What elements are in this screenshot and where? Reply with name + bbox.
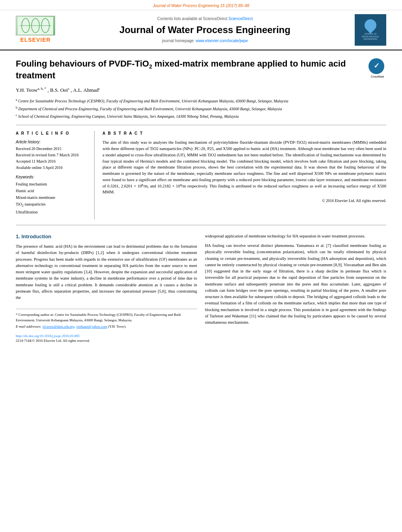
elsevier-logo-image (16, 16, 55, 35)
abstract-column: A B S T R A C T The aim of this study wa… (102, 131, 386, 219)
intro-right-paragraph1: widespread application of membrane techn… (205, 233, 386, 239)
keyword-2: Humic acid (16, 188, 89, 194)
info-abstract-section: A R T I C L E I N F O Article history: R… (16, 125, 386, 225)
affiliation-a: a Centre for Sustainable Process Technol… (16, 98, 386, 104)
keywords-list: Fouling mechanism Humic acid Mixed-matri… (16, 181, 89, 215)
journal-logo-box: JOURNAL OFWATER PROCESSENGINEERING (355, 14, 386, 46)
email-note: E-mail addresses: yh.teow@ukm.edu.my, ye… (16, 324, 197, 330)
article-title: Fouling behaviours of PVDF-TiO2 mixed-ma… (16, 58, 368, 82)
article-title-section: Fouling behaviours of PVDF-TiO2 mixed-ma… (16, 58, 386, 82)
doi-url[interactable]: http://dx.doi.org/10.1016/j.jwpe.2016.03… (16, 334, 80, 338)
crossmark-text: CrossMark (368, 75, 386, 79)
affiliation-c: c School of Chemical Engineering, Engine… (16, 113, 386, 119)
author1-name: Y.H. Teow (16, 87, 37, 93)
issn-line: 2214-7144/© 2016 Elsevier Ltd. All right… (16, 338, 197, 343)
right-column: widespread application of membrane techn… (205, 233, 386, 343)
received-date: Received 20 December 2015 (16, 146, 89, 152)
available-online-date: Available online 3 April 2016 (16, 165, 89, 171)
header-center: Contents lists available at ScienceDirec… (59, 16, 351, 44)
author3-name: , A.L. Ahmad (71, 87, 98, 93)
article-body: Fouling behaviours of PVDF-TiO2 mixed-ma… (0, 50, 402, 351)
abstract-text: The aim of this study was to analyses th… (102, 139, 386, 204)
author3-sup: c (99, 87, 100, 91)
elsevier-text: ELSEVIER (20, 36, 50, 44)
contents-available-line: Contents lists available at ScienceDirec… (59, 16, 351, 22)
author1-sup: a, b, * (37, 87, 46, 91)
journal-title: Journal of Water Process Engineering (59, 23, 351, 37)
crossmark-logo: ✓ CrossMark (368, 58, 386, 76)
abstract-paragraph: The aim of this study was to analyses th… (102, 139, 386, 195)
keyword-3: Mixed-matrix membrane (16, 195, 89, 201)
logo-text: JOURNAL OFWATER PROCESSENGINEERING (362, 33, 379, 41)
keyword-5: Ultrafiltration (16, 209, 89, 215)
author2-sup: c (68, 87, 69, 91)
elsevier-logo: ELSEVIER (12, 16, 59, 44)
intro-right-paragraph2: HA fouling can involve several distinct … (205, 243, 386, 326)
journal-homepage: journal homepage: www.elsevier.com/locat… (59, 38, 351, 44)
keyword-4: TiO2 nanoparticles (16, 201, 89, 208)
main-content: 1. Introduction The presence of humic ac… (16, 233, 386, 343)
header-left: ELSEVIER (12, 16, 59, 44)
keywords-label: Keywords: (16, 174, 89, 180)
doi-link: http://dx.doi.org/10.1016/j.jwpe.2016.03… (16, 334, 197, 339)
sciencedirect-link[interactable]: ScienceDirect (228, 17, 253, 21)
left-column: 1. Introduction The presence of humic ac… (16, 233, 197, 343)
received-revised-date: Received in revised form 7 March 2016 (16, 152, 89, 158)
journal-citation: Journal of Water Process Engineering 15 … (153, 4, 249, 8)
affiliation-b: b Department of Chemical and Process Eng… (16, 106, 386, 112)
journal-header: ELSEVIER Contents lists available at Sci… (0, 10, 402, 50)
history-label: Article history: (16, 139, 89, 145)
email-link-2[interactable]: yeithaan@yahoo.com (76, 324, 107, 328)
homepage-url[interactable]: www.elsevier.com/locate/jwpe (196, 39, 248, 43)
crossmark-circle: ✓ (368, 58, 384, 74)
email-link-1[interactable]: yh.teow@ukm.edu.my (42, 324, 74, 328)
footnote-section: * Corresponding author at: Centre for Su… (16, 309, 197, 330)
author2-name: , B.S. Ooi (48, 87, 68, 93)
abstract-heading: A B S T R A C T (102, 131, 386, 136)
logo-drop-shape (362, 17, 379, 33)
keywords-section: Keywords: Fouling mechanism Humic acid M… (16, 174, 89, 215)
copyright-line: © 2016 Elsevier Ltd. All rights reserved… (102, 198, 386, 204)
header-right: JOURNAL OFWATER PROCESSENGINEERING (351, 14, 390, 46)
introduction-paragraph1: The presence of humic acid (HA) in the e… (16, 243, 197, 301)
top-bar: Journal of Water Process Engineering 15 … (0, 0, 402, 10)
introduction-heading: 1. Introduction (16, 233, 197, 240)
authors-line: Y.H. Teowa, b, * , B.S. Ooic , A.L. Ahma… (16, 86, 386, 94)
keyword-1: Fouling mechanism (16, 181, 89, 187)
affiliations: a Centre for Sustainable Process Technol… (16, 98, 386, 119)
corresponding-note: * Corresponding author at: Centre for Su… (16, 312, 197, 323)
article-history: Article history: Received 20 December 20… (16, 139, 89, 171)
article-info-heading: A R T I C L E I N F O (16, 131, 89, 136)
accepted-date: Accepted 11 March 2016 (16, 159, 89, 164)
article-info-column: A R T I C L E I N F O Article history: R… (16, 131, 95, 219)
doi-section: http://dx.doi.org/10.1016/j.jwpe.2016.03… (16, 334, 197, 343)
